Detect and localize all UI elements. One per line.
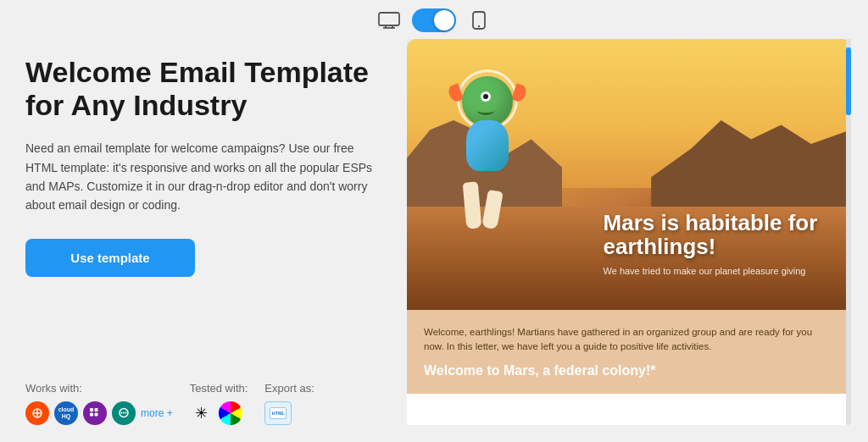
works-with-icons: cloudHQ — [25, 401, 173, 425]
alien-smile — [477, 107, 494, 115]
email-body-text: Welcome, earthlings! Martians have gathe… — [424, 325, 834, 355]
svg-point-16 — [125, 412, 127, 414]
email-preview: Mars is habitable for earthlings! We hav… — [407, 39, 851, 425]
page-title: Welcome Email Template for Any Industry — [25, 56, 381, 122]
html-export-icon: HTML — [264, 401, 292, 425]
email-preview-wrapper: Mars is habitable for earthlings! We hav… — [407, 39, 851, 425]
tested-with-label: Tested with: — [190, 382, 248, 395]
colorwheel-icon — [219, 401, 242, 425]
email-body: Welcome, earthlings! Martians have gathe… — [407, 310, 851, 394]
use-template-button[interactable]: Use template — [25, 239, 195, 277]
toggle-knob — [434, 10, 454, 30]
device-toggle-bar — [0, 0, 868, 39]
alien-head — [462, 76, 513, 127]
tested-with-icons: ✳ — [190, 401, 248, 425]
page-description: Need an email template for welcome campa… — [25, 139, 381, 215]
alien-leg-left — [463, 181, 482, 229]
alien-character — [432, 76, 542, 229]
alien-body — [466, 120, 509, 171]
hero-main-title: Mars is habitable for earthlings! — [604, 211, 834, 259]
alien-leg-right — [481, 190, 504, 229]
alien-eye — [481, 91, 491, 102]
export-as-group: Export as: HTML — [264, 382, 314, 425]
svg-rect-0 — [379, 13, 399, 25]
view-toggle-switch[interactable] — [412, 8, 456, 32]
html-screen-icon: HTML — [270, 407, 287, 419]
main-content: Welcome Email Template for Any Industry … — [0, 39, 868, 442]
mobile-view-button[interactable] — [466, 11, 492, 30]
hero-subtitle: We have tried to make our planet pleasur… — [604, 266, 834, 276]
svg-rect-10 — [95, 408, 98, 412]
svg-rect-12 — [95, 413, 98, 417]
starburst-icon: ✳ — [190, 401, 214, 425]
more-integrations-link[interactable]: more + — [141, 407, 173, 419]
desktop-view-button[interactable] — [376, 11, 402, 30]
svg-rect-11 — [90, 413, 93, 417]
rock-right — [651, 120, 851, 215]
alien-pupil — [483, 94, 488, 99]
works-with-label: Works with: — [25, 382, 173, 395]
svg-point-15 — [123, 412, 125, 414]
email-hero: Mars is habitable for earthlings! We hav… — [407, 39, 851, 310]
badges-row: Works with: cloudHQ — [25, 382, 381, 425]
email-body-heading: Welcome to Mars, a federal colony!* — [424, 363, 834, 378]
zapier-icon — [25, 401, 49, 425]
works-with-group: Works with: cloudHQ — [25, 382, 173, 425]
export-as-label: Export as: — [264, 382, 314, 395]
svg-point-14 — [121, 412, 123, 414]
scrollbar-thumb[interactable] — [846, 47, 851, 115]
right-panel: Mars is habitable for earthlings! We hav… — [407, 39, 851, 425]
cloudhq-icon: cloudHQ — [54, 401, 78, 425]
grid-app-icon — [83, 401, 107, 425]
scrollbar-track[interactable] — [846, 39, 851, 425]
hero-text-overlay: Mars is habitable for earthlings! We hav… — [604, 211, 834, 276]
svg-point-5 — [478, 25, 480, 27]
tested-with-group: Tested with: ✳ — [190, 382, 248, 425]
circle-chat-icon — [112, 401, 136, 425]
svg-rect-9 — [90, 408, 93, 412]
left-panel: Welcome Email Template for Any Industry … — [25, 39, 381, 425]
export-icons: HTML — [264, 401, 314, 425]
